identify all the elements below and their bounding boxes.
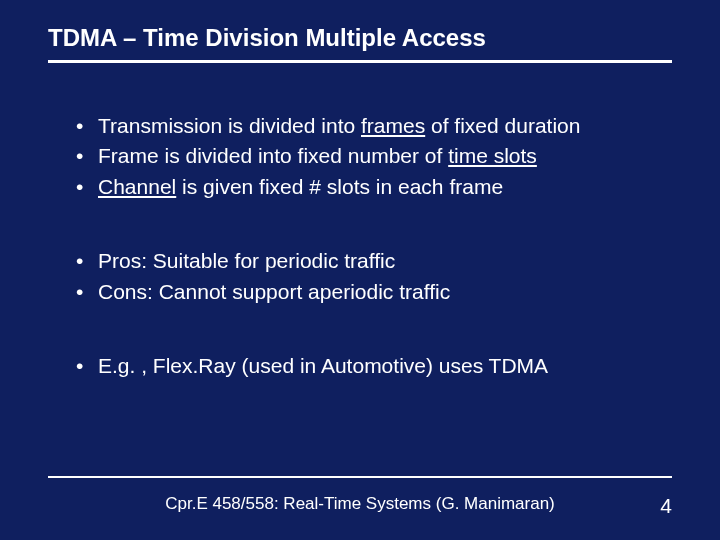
bullet-item: Pros: Suitable for periodic traffic [76, 246, 672, 276]
underlined-term: time slots [448, 144, 537, 167]
bullet-text: Frame is divided into fixed number of [98, 144, 448, 167]
bullet-text: of fixed duration [425, 114, 580, 137]
underlined-term: Channel [98, 175, 176, 198]
footer-row: Cpr.E 458/558: Real-Time Systems (G. Man… [48, 494, 672, 514]
footer-text: Cpr.E 458/558: Real-Time Systems (G. Man… [165, 494, 555, 514]
bullet-text: Pros: Suitable for periodic traffic [98, 249, 395, 272]
underlined-term: frames [361, 114, 425, 137]
footer-divider [48, 476, 672, 478]
title-divider [48, 60, 672, 63]
bullet-item: Frame is divided into fixed number of ti… [76, 141, 672, 171]
bullet-item: Cons: Cannot support aperiodic traffic [76, 277, 672, 307]
slide: TDMA – Time Division Multiple Access Tra… [0, 0, 720, 540]
bullet-group-1: Transmission is divided into frames of f… [76, 111, 672, 202]
bullet-group-2: Pros: Suitable for periodic traffic Cons… [76, 246, 672, 307]
bullet-item: Channel is given fixed # slots in each f… [76, 172, 672, 202]
bullet-item: E.g. , Flex.Ray (used in Automotive) use… [76, 351, 672, 381]
bullet-text: Transmission is divided into [98, 114, 361, 137]
slide-footer: Cpr.E 458/558: Real-Time Systems (G. Man… [48, 476, 672, 514]
bullet-text: is given fixed # slots in each frame [176, 175, 503, 198]
bullet-text: Cons: Cannot support aperiodic traffic [98, 280, 450, 303]
bullet-group-3: E.g. , Flex.Ray (used in Automotive) use… [76, 351, 672, 381]
bullet-item: Transmission is divided into frames of f… [76, 111, 672, 141]
page-number: 4 [660, 494, 672, 518]
bullet-text: E.g. , Flex.Ray (used in Automotive) use… [98, 354, 548, 377]
slide-title: TDMA – Time Division Multiple Access [48, 24, 672, 52]
